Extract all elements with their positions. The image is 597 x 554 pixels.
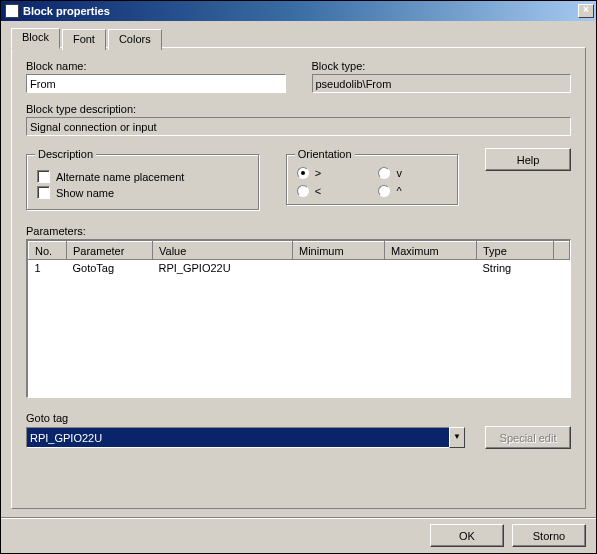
parameters-table: No. Parameter Value Minimum Maximum Type bbox=[28, 241, 570, 276]
alternate-name-label: Alternate name placement bbox=[56, 171, 184, 183]
orientation-left-radio[interactable] bbox=[297, 185, 309, 197]
orientation-up-radio[interactable] bbox=[378, 185, 390, 197]
titlebar[interactable]: Block properties × bbox=[1, 1, 596, 21]
orientation-up-label: ^ bbox=[396, 185, 401, 197]
window-title: Block properties bbox=[23, 5, 578, 17]
goto-tag-label: Goto tag bbox=[26, 412, 571, 424]
block-name-input[interactable] bbox=[26, 74, 286, 93]
col-spacer bbox=[554, 242, 570, 260]
description-group: Description Alternate name placement Sho… bbox=[26, 154, 260, 211]
col-no[interactable]: No. bbox=[29, 242, 67, 260]
orientation-down-label: v bbox=[396, 167, 402, 179]
table-row[interactable]: 1 GotoTag RPI_GPIO22U String bbox=[29, 260, 570, 276]
col-parameter[interactable]: Parameter bbox=[67, 242, 153, 260]
parameters-section: Parameters: No. Parameter Value Minimum … bbox=[26, 225, 571, 398]
special-edit-button: Special edit bbox=[485, 426, 571, 449]
table-header-row: No. Parameter Value Minimum Maximum Type bbox=[29, 242, 570, 260]
cell-type: String bbox=[477, 260, 554, 276]
client-area: Block Font Colors Block name: Block type… bbox=[1, 21, 596, 517]
parameters-table-wrap[interactable]: No. Parameter Value Minimum Maximum Type bbox=[26, 239, 571, 398]
app-icon bbox=[5, 4, 19, 18]
cell-minimum bbox=[293, 260, 385, 276]
goto-tag-input[interactable] bbox=[26, 427, 449, 448]
col-minimum[interactable]: Minimum bbox=[293, 242, 385, 260]
tab-block[interactable]: Block bbox=[11, 28, 60, 49]
tabs: Block Font Colors bbox=[11, 27, 586, 48]
orientation-left-label: < bbox=[315, 185, 321, 197]
tab-page-block: Block name: Block type: Block type descr… bbox=[11, 47, 586, 509]
close-button[interactable]: × bbox=[578, 4, 594, 18]
orientation-down-radio[interactable] bbox=[378, 167, 390, 179]
description-group-title: Description bbox=[35, 148, 96, 160]
name-type-row: Block name: Block type: bbox=[26, 60, 571, 93]
tab-colors[interactable]: Colors bbox=[108, 29, 162, 50]
dialog-window: Block properties × Block Font Colors Blo… bbox=[0, 0, 597, 554]
ok-button[interactable]: OK bbox=[430, 524, 504, 547]
cancel-button[interactable]: Storno bbox=[512, 524, 586, 547]
goto-tag-dropdown-button[interactable]: ▼ bbox=[449, 427, 465, 448]
cell-parameter: GotoTag bbox=[67, 260, 153, 276]
block-type-desc-label: Block type description: bbox=[26, 103, 571, 115]
desc-orient-row: Description Alternate name placement Sho… bbox=[26, 148, 571, 211]
dialog-footer: OK Storno bbox=[1, 517, 596, 553]
show-name-label: Show name bbox=[56, 187, 114, 199]
alternate-name-checkbox[interactable] bbox=[37, 170, 50, 183]
block-type-desc-input bbox=[26, 117, 571, 136]
block-type-label: Block type: bbox=[312, 60, 572, 72]
col-value[interactable]: Value bbox=[153, 242, 293, 260]
type-desc-row: Block type description: bbox=[26, 103, 571, 136]
cell-value: RPI_GPIO22U bbox=[153, 260, 293, 276]
goto-tag-combo[interactable]: ▼ bbox=[26, 427, 465, 448]
cell-no: 1 bbox=[29, 260, 67, 276]
parameters-label: Parameters: bbox=[26, 225, 571, 237]
orientation-right-radio[interactable] bbox=[297, 167, 309, 179]
orientation-right-label: > bbox=[315, 167, 321, 179]
show-name-checkbox[interactable] bbox=[37, 186, 50, 199]
orientation-group-title: Orientation bbox=[295, 148, 355, 160]
cell-maximum bbox=[385, 260, 477, 276]
col-maximum[interactable]: Maximum bbox=[385, 242, 477, 260]
tab-font[interactable]: Font bbox=[62, 29, 106, 50]
help-button[interactable]: Help bbox=[485, 148, 571, 171]
block-name-label: Block name: bbox=[26, 60, 286, 72]
col-type[interactable]: Type bbox=[477, 242, 554, 260]
goto-tag-section: Goto tag ▼ Special edit bbox=[26, 412, 571, 449]
block-type-input bbox=[312, 74, 572, 93]
orientation-group: Orientation > v < ^ bbox=[286, 154, 459, 206]
